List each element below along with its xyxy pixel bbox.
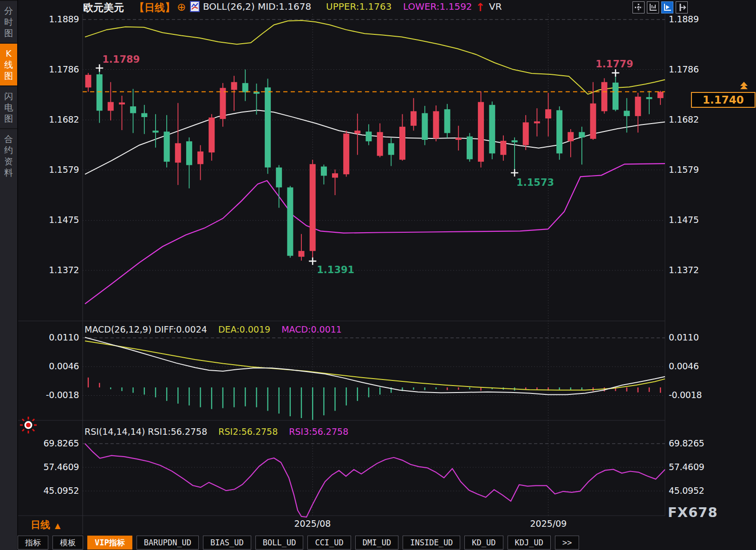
move-crosshair-icon[interactable] xyxy=(632,1,645,13)
price-axis-label: 1.1682 xyxy=(669,114,729,124)
add-compare-icon[interactable]: ⊕ xyxy=(177,1,186,13)
alert-sun-icon[interactable] xyxy=(20,416,37,436)
price-up-arrow-icon: ↑ xyxy=(476,1,485,14)
macd-axis-label: 0.0110 xyxy=(669,332,729,342)
rsi1-readout: RSI(14,14,14) RSI1:56.2758 xyxy=(85,426,207,437)
svg-text:1.1391: 1.1391 xyxy=(317,264,354,275)
indicator-tab-CCI_UD[interactable]: CCI_UD xyxy=(307,536,351,550)
app-window: 1.17891.17791.13911.1573 分时图K线图闪电图合约资料 欧… xyxy=(0,0,756,550)
price-axis-label: 1.1889 xyxy=(669,14,729,24)
rsi-axis-label: 69.8265 xyxy=(27,438,79,448)
sidebar-tab-合约资料[interactable]: 合约资料 xyxy=(0,128,17,182)
axis-shift-icon[interactable] xyxy=(676,1,688,13)
indicator-tab-BOLL_UD[interactable]: BOLL_UD xyxy=(255,536,304,550)
price-axis-label: 1.1682 xyxy=(27,114,79,124)
vr-indicator-label: VR xyxy=(489,1,502,12)
macd-axis-label: -0.0018 xyxy=(669,390,729,400)
rsi-axis-label: 45.0952 xyxy=(27,485,79,496)
price-axis-label: 1.1372 xyxy=(669,265,729,275)
indicator-tab-BIAS_UD[interactable]: BIAS_UD xyxy=(203,536,251,550)
x-axis-date-label: 2025/08 xyxy=(280,518,345,529)
rsi-axis-label: 45.0952 xyxy=(669,485,729,496)
macd-axis-label: 0.0046 xyxy=(27,361,79,371)
indicator-tab-KD_UD[interactable]: KD_UD xyxy=(464,536,503,550)
indicator-tab->>[interactable]: >> xyxy=(555,536,579,550)
price-axis-label: 1.1579 xyxy=(669,164,729,175)
symbol-title: 欧元美元 xyxy=(83,1,124,15)
period-selector-arrow-icon: ▲ xyxy=(55,521,60,530)
price-axis-label: 1.1786 xyxy=(669,64,729,74)
price-axis-label: 1.1475 xyxy=(27,215,79,225)
price-axis-label: 1.1475 xyxy=(669,215,729,225)
indicator-tab-KDJ_UD[interactable]: KDJ_UD xyxy=(508,536,551,550)
chart-canvas[interactable]: 1.17891.17791.13911.1573 xyxy=(0,0,756,550)
mini-chart-icon[interactable] xyxy=(190,1,200,14)
rsi-axis-label: 57.4609 xyxy=(669,462,729,472)
rsi-axis-label: 57.4609 xyxy=(27,462,79,472)
svg-text:1.1573: 1.1573 xyxy=(516,177,554,188)
period-selector-label: 日线 xyxy=(31,519,50,530)
indicator-tabbar: 指标模板VIP指标BARUPDN_UDBIAS_UDBOLL_UDCCI_UDD… xyxy=(18,536,583,550)
macd-dea-readout: DEA:0.0019 xyxy=(218,324,270,334)
indicator-tab-模板[interactable]: 模板 xyxy=(52,536,83,550)
macd-label-row: MACD(26,12,9) DIFF:0.0024 DEA:0.0019 MAC… xyxy=(85,324,342,334)
rsi2-readout: RSI2:56.2758 xyxy=(218,426,278,437)
sidebar-tab-分时图[interactable]: 分时图 xyxy=(0,0,17,43)
left-sidebar: 分时图K线图闪电图合约资料 xyxy=(0,0,18,550)
axis-play-icon[interactable] xyxy=(661,1,673,13)
rsi3-readout: RSI3:56.2758 xyxy=(289,426,348,437)
x-axis-date-label: 2025/09 xyxy=(516,518,581,529)
indicator-tab-INSIDE_UD[interactable]: INSIDE_UD xyxy=(403,536,460,550)
indicator-tab-DMI_UD[interactable]: DMI_UD xyxy=(355,536,398,550)
rsi-label-row: RSI(14,14,14) RSI1:56.2758 RSI2:56.2758 … xyxy=(85,426,348,437)
svg-text:1.1779: 1.1779 xyxy=(596,59,633,70)
macd-axis-label: -0.0018 xyxy=(27,390,79,400)
macd-diff-readout: MACD(26,12,9) DIFF:0.0024 xyxy=(85,324,207,334)
chart-toolbar xyxy=(632,1,688,13)
indicator-tab-指标[interactable]: 指标 xyxy=(18,536,48,550)
watermark-logo: FX678 xyxy=(668,504,718,520)
price-axis-label: 1.1579 xyxy=(27,164,79,175)
price-axis-label: 1.1372 xyxy=(27,265,79,275)
price-axis-label: 1.1889 xyxy=(27,14,79,24)
axis-pan-icon[interactable] xyxy=(647,1,659,13)
rsi-axis-label: 69.8265 xyxy=(669,438,729,448)
period-selector[interactable]: 日线▲ xyxy=(31,518,60,531)
macd-macd-readout: MACD:0.0011 xyxy=(281,324,342,334)
sidebar-tab-K线图[interactable]: K线图 xyxy=(0,43,17,85)
boll-mid-readout: BOLL(26,2) MID:1.1678 xyxy=(203,1,311,12)
sidebar-tab-闪电图[interactable]: 闪电图 xyxy=(0,85,17,128)
macd-axis-label: 0.0110 xyxy=(27,332,79,342)
price-tag-arrow-icon xyxy=(740,82,748,88)
price-axis-label: 1.1786 xyxy=(27,64,79,74)
period-badge[interactable]: 【日线】 xyxy=(134,1,175,15)
current-price-tag: 1.1740 xyxy=(691,92,756,108)
macd-axis-label: 0.0046 xyxy=(669,361,729,371)
boll-upper-readout: UPPER:1.1763 xyxy=(326,1,391,12)
boll-lower-readout: LOWER:1.1592 xyxy=(403,1,472,12)
svg-text:1.1789: 1.1789 xyxy=(102,54,140,65)
indicator-tab-VIP指标[interactable]: VIP指标 xyxy=(87,536,132,550)
indicator-tab-BARUPDN_UD[interactable]: BARUPDN_UD xyxy=(137,536,199,550)
